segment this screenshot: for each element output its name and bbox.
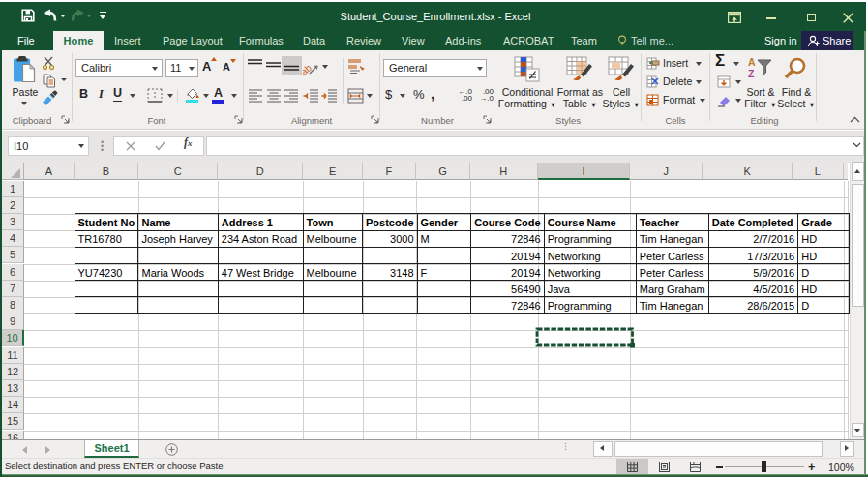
- svg-text:A: A: [748, 56, 756, 68]
- svg-text:ab: ab: [303, 62, 314, 76]
- svg-text:Z: Z: [748, 68, 755, 79]
